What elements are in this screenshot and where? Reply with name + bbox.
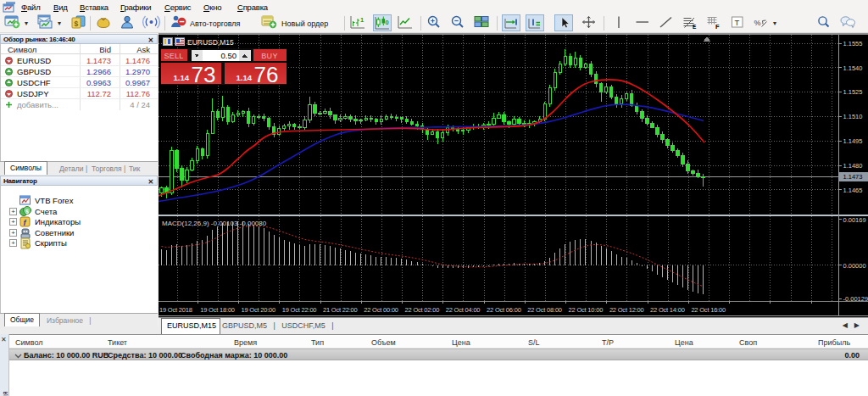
svg-text:1.14: 1.14 bbox=[236, 73, 253, 82]
svg-text:1: 1 bbox=[360, 16, 364, 24]
svg-text:22 Oct 16:00: 22 Oct 16:00 bbox=[691, 306, 726, 314]
svg-text:19 Oct 18:00: 19 Oct 18:00 bbox=[200, 306, 235, 314]
svg-text:T: T bbox=[735, 18, 740, 27]
svg-text:1.1465: 1.1465 bbox=[843, 187, 863, 194]
svg-text:EURUSD,M15: EURUSD,M15 bbox=[187, 38, 234, 47]
svg-text:22 Oct 10:00: 22 Oct 10:00 bbox=[569, 306, 604, 314]
svg-text:22 Oct 14:00: 22 Oct 14:00 bbox=[650, 306, 685, 314]
svg-text:-0.00129: -0.00129 bbox=[843, 295, 868, 303]
svg-text:73: 73 bbox=[192, 62, 216, 87]
svg-text:0.00169: 0.00169 bbox=[843, 216, 866, 224]
svg-text:%: % bbox=[754, 19, 761, 27]
svg-text:22 Oct 06:00: 22 Oct 06:00 bbox=[487, 306, 521, 314]
svg-text:1.1540: 1.1540 bbox=[843, 64, 863, 72]
svg-text:22 Oct 08:00: 22 Oct 08:00 bbox=[527, 306, 562, 314]
svg-text:1.1525: 1.1525 bbox=[843, 88, 863, 96]
svg-text:0: 0 bbox=[386, 19, 389, 26]
svg-text:19 Oct 22:00: 19 Oct 22:00 bbox=[282, 306, 317, 314]
svg-text:1.14: 1.14 bbox=[174, 73, 190, 82]
svg-text:1.1510: 1.1510 bbox=[843, 113, 863, 120]
svg-text:BUY: BUY bbox=[261, 52, 277, 60]
svg-text:$: $ bbox=[25, 208, 29, 215]
svg-text:1.1495: 1.1495 bbox=[843, 137, 863, 145]
svg-text:SELL: SELL bbox=[164, 52, 183, 60]
svg-text:0.00000: 0.00000 bbox=[843, 262, 866, 270]
svg-text:1.1555: 1.1555 bbox=[843, 40, 863, 47]
svg-text:22 Oct 00:00: 22 Oct 00:00 bbox=[364, 306, 398, 314]
svg-text:19 Oct 2018: 19 Oct 2018 bbox=[159, 306, 192, 314]
svg-text:1.1473: 1.1473 bbox=[843, 173, 863, 181]
svg-text:1.1480: 1.1480 bbox=[843, 162, 863, 170]
svg-text:F: F bbox=[715, 23, 720, 31]
svg-text:22 Oct 02:00: 22 Oct 02:00 bbox=[405, 306, 440, 314]
svg-text:22 Oct 04:00: 22 Oct 04:00 bbox=[446, 306, 481, 314]
svg-text:E: E bbox=[693, 24, 697, 30]
svg-text:0.50: 0.50 bbox=[221, 51, 237, 60]
svg-text:76: 76 bbox=[254, 62, 279, 87]
svg-text:22 Oct 12:00: 22 Oct 12:00 bbox=[609, 306, 644, 314]
svg-text:$: $ bbox=[75, 20, 79, 28]
svg-text:21 Oct 22:00: 21 Oct 22:00 bbox=[323, 306, 358, 314]
svg-text:MACD(12,26,9) -0.00103 -0.0008: MACD(12,26,9) -0.00103 -0.00080 bbox=[162, 220, 267, 227]
svg-text:19 Oct 20:00: 19 Oct 20:00 bbox=[242, 306, 276, 314]
